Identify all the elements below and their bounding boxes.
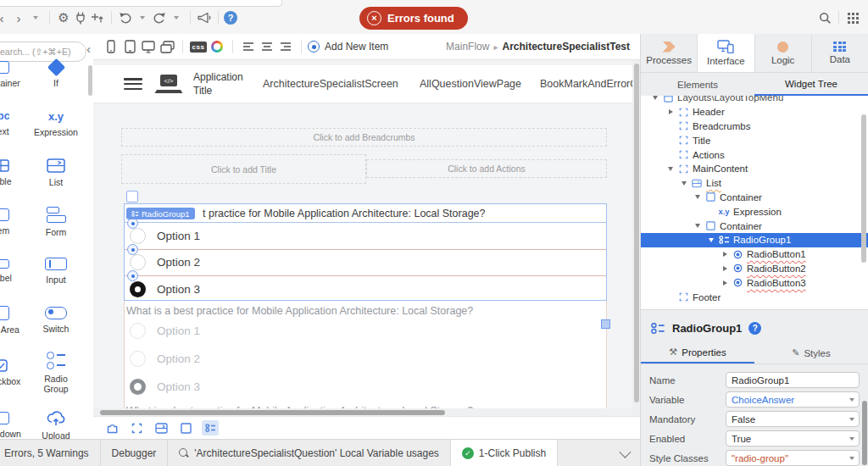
tree-row-radiobutton3[interactable]: RadioButton3 — [641, 275, 868, 290]
breadcrumbs-placeholder[interactable]: Click to add Breadcrumbs — [121, 128, 607, 147]
tab-logic[interactable]: Logic — [755, 34, 812, 72]
list-path-icon[interactable] — [153, 420, 170, 435]
widget-expression[interactable]: x.y Expression — [28, 99, 84, 148]
canvas-vertical-scrollbar[interactable] — [632, 60, 640, 416]
tab-data[interactable]: Data — [812, 34, 868, 72]
widget-switch[interactable]: Switch — [28, 296, 84, 345]
tree-row-radiogroup1-selected[interactable]: RadioGroup1 — [641, 233, 868, 247]
option-row-1[interactable]: Option 1 — [125, 223, 606, 250]
radio-button-marker-icon[interactable] — [127, 270, 138, 281]
selection-resize-handle[interactable] — [601, 319, 610, 329]
widget-label[interactable]: Label — [0, 247, 25, 296]
screen-block-icon[interactable] — [103, 420, 120, 435]
title-placeholder[interactable]: Click to add Title — [121, 154, 366, 184]
breadcrumb-screen[interactable]: ArchitectureSpecialistTest — [503, 41, 631, 53]
radio-group-widget-selected[interactable]: RadioGroup1 t practice for Mobile Applic… — [124, 203, 607, 301]
properties-scrollbar[interactable] — [862, 401, 867, 465]
status-bar-chevron-icon[interactable] — [619, 446, 631, 458]
container-square-icon[interactable] — [177, 420, 194, 435]
tree-row-title[interactable]: Title — [641, 133, 868, 147]
widget-if[interactable]: If — [28, 50, 84, 99]
radio-unchecked[interactable] — [130, 228, 146, 244]
megaphone-icon[interactable] — [196, 9, 213, 26]
desktop-preview-icon[interactable] — [139, 38, 158, 55]
enabled-dropdown[interactable]: True — [726, 430, 860, 447]
add-new-item-label[interactable]: Add New Item — [325, 41, 388, 53]
theme-palette-icon[interactable] — [208, 38, 226, 55]
preview-app-title[interactable]: Application Title — [193, 71, 253, 97]
collapse-toolbox-icon[interactable]: ‹ — [86, 42, 91, 55]
question-expression-row[interactable]: t practice for Mobile Application Archit… — [125, 204, 606, 223]
widget-help-icon[interactable]: ? — [748, 322, 761, 335]
style-classes-dropdown[interactable]: "radio-group" — [726, 450, 860, 466]
tablet-preview-icon[interactable] — [120, 38, 139, 55]
plug-icon[interactable] — [72, 9, 89, 26]
empty-checkbox-marker[interactable] — [126, 191, 138, 202]
radio-button-marker-icon[interactable] — [127, 244, 138, 255]
subtab-elements[interactable]: Elements — [641, 73, 754, 96]
tab-processes[interactable]: Processes — [641, 34, 698, 72]
variable-usages-tab[interactable]: 'ArchitectureSpecialistQuestion' Local V… — [168, 440, 450, 466]
tree-row-container[interactable]: Container — [641, 191, 868, 205]
tree-row-footer[interactable]: Footer — [641, 290, 868, 304]
tree-row-breadcrumbs[interactable]: Breadcrumbs — [641, 119, 868, 134]
container-brackets-icon[interactable] — [128, 420, 145, 435]
tree-row-header[interactable]: Header — [641, 105, 868, 119]
search-icon[interactable] — [816, 9, 833, 26]
tree-row-layout[interactable]: Layouts\LayoutTopMenu — [641, 96, 868, 105]
widget-input[interactable]: Input — [28, 247, 84, 296]
redo-dropdown-icon[interactable] — [168, 9, 185, 26]
tree-row-radiobutton2[interactable]: RadioButton2 — [641, 262, 868, 276]
mandatory-dropdown[interactable]: False — [726, 411, 860, 427]
one-click-publish-tab[interactable]: ✓ 1-Click Publish — [450, 440, 558, 466]
widget-item[interactable]: Item — [0, 197, 25, 247]
widget-upload[interactable]: Upload — [28, 401, 84, 439]
tab-properties[interactable]: ⚒ Properties — [641, 342, 754, 363]
widget-text[interactable]: abc Text — [0, 99, 25, 148]
redo-icon[interactable] — [151, 9, 168, 26]
align-left-icon[interactable] — [239, 38, 258, 55]
widget-list[interactable]: List — [28, 148, 84, 197]
scrollbar-thumb[interactable] — [100, 410, 445, 415]
align-center-icon[interactable] — [258, 38, 276, 55]
widget-table[interactable]: Table — [0, 148, 25, 197]
breadcrumb-flow[interactable]: MainFlow — [446, 41, 489, 53]
toolbox-scrollbar[interactable] — [88, 65, 92, 96]
name-field[interactable]: RadioGroup1 — [726, 372, 860, 388]
phone-preview-icon[interactable] — [102, 38, 120, 55]
tree-scrollbar[interactable] — [861, 114, 866, 263]
tree-row-list[interactable]: List — [641, 176, 868, 191]
variable-dropdown[interactable]: ChoiceAnswer — [726, 391, 860, 408]
debugger-tab[interactable]: Debugger — [101, 440, 169, 466]
css-editor-icon[interactable]: css — [189, 38, 208, 55]
help-icon[interactable]: ? — [224, 11, 237, 25]
tree-row-radiobutton1[interactable]: RadioButton1 — [641, 247, 868, 262]
tree-row-maincontent[interactable]: MainContent — [641, 162, 868, 176]
nav-architecture-specialist-screen[interactable]: ArchitectureSpecialistScreen — [263, 78, 398, 90]
nav-bookmark-and-error[interactable]: BookMarkAndErrorQ — [540, 78, 638, 90]
tree-row-expression[interactable]: x.y Expression — [641, 204, 868, 219]
undo-dropdown-icon[interactable] — [134, 9, 151, 26]
canvas-horizontal-scrollbar[interactable] — [93, 408, 632, 416]
nav-all-question-view-page[interactable]: AllQuestionViewPage — [420, 78, 521, 90]
widget-form[interactable]: Form — [28, 197, 84, 247]
widget-checkbox[interactable]: Checkbox — [0, 345, 25, 401]
errors-warnings-tab[interactable]: Errors, 5 Warnings — [0, 440, 101, 466]
radio-group-path-icon[interactable] — [202, 420, 219, 435]
hamburger-menu-icon[interactable] — [124, 78, 142, 92]
radio-group-selection-badge[interactable]: RadioGroup1 — [126, 208, 195, 219]
option-row-3[interactable]: Option 3 — [125, 276, 606, 303]
align-right-icon[interactable] — [276, 38, 295, 55]
history-dropdown-icon[interactable] — [27, 9, 44, 26]
tab-interface[interactable]: Interface — [698, 34, 754, 72]
tree-row-actions[interactable]: Actions — [641, 147, 868, 162]
rotate-device-icon[interactable] — [158, 38, 176, 55]
widget-dropdown[interactable]: Dropdown — [0, 401, 25, 439]
scrollbar-thumb[interactable] — [634, 64, 639, 402]
undo-icon[interactable] — [117, 9, 134, 26]
tree-row-container-2[interactable]: Container — [641, 219, 868, 233]
widget-radio-group[interactable]: Radio Group — [28, 345, 84, 401]
back-icon[interactable]: ‹ — [0, 9, 10, 26]
widget-container[interactable]: Container — [0, 50, 25, 99]
option-row-2[interactable]: Option 2 — [125, 250, 606, 277]
